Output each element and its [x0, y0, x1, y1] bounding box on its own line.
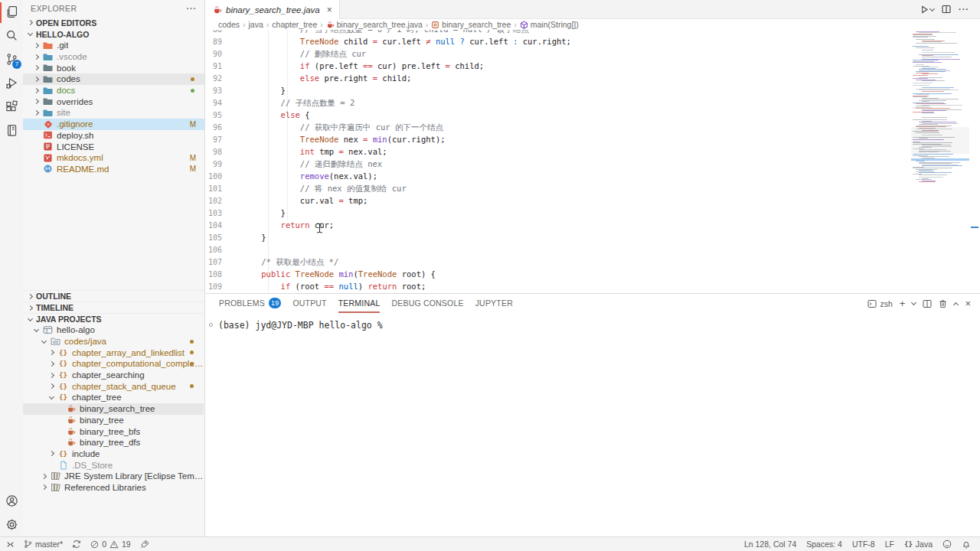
close-icon[interactable]: × [327, 5, 332, 15]
accounts-button[interactable] [0, 489, 23, 513]
code-line[interactable]: 107 /* 获取最小结点 */ [206, 256, 910, 268]
tree-row[interactable]: {}chapter_stack_and_queue [23, 380, 204, 392]
file-row[interactable]: LICENSE [23, 141, 204, 152]
code-line[interactable]: 105 } [206, 231, 910, 243]
kill-terminal-icon[interactable] [939, 299, 947, 308]
file-row[interactable]: README.mdM [23, 164, 204, 175]
launch-profile-button[interactable]: zsh [867, 299, 892, 308]
file-row[interactable]: docs [23, 85, 204, 96]
split-terminal-button[interactable] [923, 299, 932, 308]
terminal[interactable]: (base) jyd@JYD-MBP hello-algo % [206, 313, 980, 331]
code-line[interactable]: 92 else pre.right = child; [206, 72, 910, 84]
file-row[interactable]: mkdocs.ymlM [23, 152, 204, 164]
minimap-slider[interactable] [911, 127, 969, 154]
encoding-status[interactable]: UTF-8 [852, 540, 875, 549]
project-root-section[interactable]: HELLO-ALGO [23, 28, 204, 40]
code-line[interactable]: 109 if (root == null) return root; [206, 280, 910, 292]
code-line[interactable]: 90 // 删除结点 cur [206, 47, 910, 60]
code-line[interactable]: 104 return cur; [206, 219, 910, 231]
tree-row[interactable]: {}chapter_tree [23, 392, 204, 403]
panel-tab-jupyter[interactable]: JUPYTER [475, 294, 513, 313]
tree-row[interactable]: {}chapter_computational_complexity [23, 358, 204, 370]
tree-row[interactable]: binary_tree_dfs [23, 437, 204, 448]
file-row[interactable]: codes [23, 73, 204, 85]
run-task-status[interactable] [140, 540, 149, 549]
new-terminal-button[interactable]: + [900, 298, 906, 309]
tree-row[interactable]: binary_tree [23, 415, 204, 426]
breadcrumb-item[interactable]: chapter_tree [272, 20, 317, 29]
more-actions-icon[interactable]: ··· [187, 4, 198, 13]
activity-explorer-button[interactable] [0, 0, 23, 24]
open-editors-section[interactable]: OPEN EDITORS [23, 17, 204, 28]
chevron-down-icon[interactable] [911, 300, 916, 305]
notifications-button[interactable] [962, 540, 971, 549]
code-line[interactable]: 108 public TreeNode min(TreeNode root) { [206, 268, 910, 280]
file-row[interactable]: site [23, 107, 204, 119]
outline-section[interactable]: OUTLINE [23, 290, 204, 302]
activity-run-debug-button[interactable] [0, 71, 23, 95]
code-line[interactable]: 106 [206, 243, 910, 256]
code-line[interactable]: 94 // 子结点数量 = 2 [206, 96, 910, 109]
editor-more-actions-icon[interactable]: ··· [959, 5, 969, 14]
run-button[interactable] [920, 5, 934, 14]
problems-status[interactable]: 0 19 [90, 540, 131, 549]
tree-row[interactable]: hello-algo [23, 324, 204, 336]
activity-notebook-button[interactable] [0, 119, 23, 142]
remote-indicator[interactable] [6, 540, 15, 549]
panel-tab-debug-console[interactable]: DEBUG CONSOLE [391, 294, 463, 313]
code-line[interactable]: 102 cur.val = tmp; [206, 194, 910, 207]
panel-tab-terminal[interactable]: TERMINAL [338, 294, 381, 313]
tree-row[interactable]: JRE System Library [Eclipse Temurin 17 [… [23, 471, 204, 482]
file-row[interactable]: overrides [23, 96, 204, 107]
overview-ruler[interactable] [969, 30, 980, 293]
code-editor[interactable]: 88 // 当子结点数量 = 0 / 1 时, child = null / 该… [206, 30, 980, 293]
tree-row[interactable]: binary_tree_bfs [23, 425, 204, 437]
activity-source-control-button[interactable]: 7 [0, 47, 23, 71]
file-row[interactable]: .vscode [23, 51, 204, 63]
cursor-position-status[interactable]: Ln 128, Col 74 [744, 540, 796, 549]
maximize-panel-icon[interactable] [953, 302, 959, 307]
code-line[interactable]: 95 else { [206, 109, 910, 121]
code-line[interactable]: 96 // 获取中序遍历中 cur 的下一个结点 [206, 121, 910, 133]
code-line[interactable]: 97 TreeNode nex = min(cur.right); [206, 133, 910, 145]
breadcrumb-item[interactable]: binary_search_tree.java [326, 20, 423, 29]
breadcrumb-item[interactable]: java [249, 20, 263, 29]
breadcrumb-item[interactable]: codes [218, 20, 240, 29]
indentation-status[interactable]: Spaces: 4 [806, 540, 842, 549]
code-line[interactable]: 91 if (pre.left == cur) pre.left = child… [206, 60, 910, 72]
file-row[interactable]: .git [23, 40, 204, 51]
feedback-button[interactable] [942, 540, 952, 549]
code-line[interactable]: 103 } [206, 207, 910, 219]
tree-row[interactable]: .DS_Store [23, 459, 204, 471]
code-line[interactable]: 99 // 递归删除结点 nex [206, 158, 910, 170]
split-editor-button[interactable] [942, 5, 951, 14]
tree-row[interactable]: {}chapter_array_and_linkedlist [23, 347, 204, 358]
file-row[interactable]: book [23, 62, 204, 73]
tree-row[interactable]: Referenced Libraries [23, 482, 204, 494]
code-line[interactable]: 93 } [206, 84, 910, 96]
close-panel-icon[interactable]: × [965, 298, 971, 309]
panel-tab-problems[interactable]: PROBLEMS19 [219, 294, 281, 313]
code-line[interactable]: 101 // 将 nex 的值复制给 cur [206, 182, 910, 194]
tree-row[interactable]: {}include [23, 448, 204, 460]
java-projects-section[interactable]: JAVA PROJECTS [23, 313, 204, 324]
file-row[interactable]: .gitignoreM [23, 119, 204, 130]
settings-button[interactable] [0, 513, 23, 536]
file-row[interactable]: deploy.sh [23, 130, 204, 142]
eol-status[interactable]: LF [885, 540, 894, 549]
code-line[interactable]: 100 remove(nex.val); [206, 170, 910, 182]
tab-binary-search-tree[interactable]: binary_search_tree.java × [206, 0, 340, 19]
breadcrumb-item[interactable]: main(String[]) [520, 20, 579, 29]
tree-row[interactable]: {}chapter_searching [23, 370, 204, 381]
code-line[interactable]: 89 TreeNode child = cur.left ≠ null ? cu… [206, 35, 910, 47]
panel-tab-output[interactable]: OUTPUT [292, 294, 326, 313]
tree-row[interactable]: binary_search_tree [23, 403, 204, 415]
tree-row[interactable]: codes/java [23, 336, 204, 347]
code-line[interactable]: 88 // 当子结点数量 = 0 / 1 时, child = null / 该… [206, 30, 910, 35]
breadcrumb[interactable]: codes›java›chapter_tree›binary_search_tr… [206, 19, 980, 30]
language-mode-status[interactable]: {} Java [904, 540, 933, 549]
activity-extensions-button[interactable] [0, 95, 23, 119]
code-line[interactable]: 98 int tmp = nex.val; [206, 145, 910, 158]
activity-search-button[interactable] [0, 24, 23, 47]
breadcrumb-item[interactable]: binary_search_tree [431, 20, 511, 29]
